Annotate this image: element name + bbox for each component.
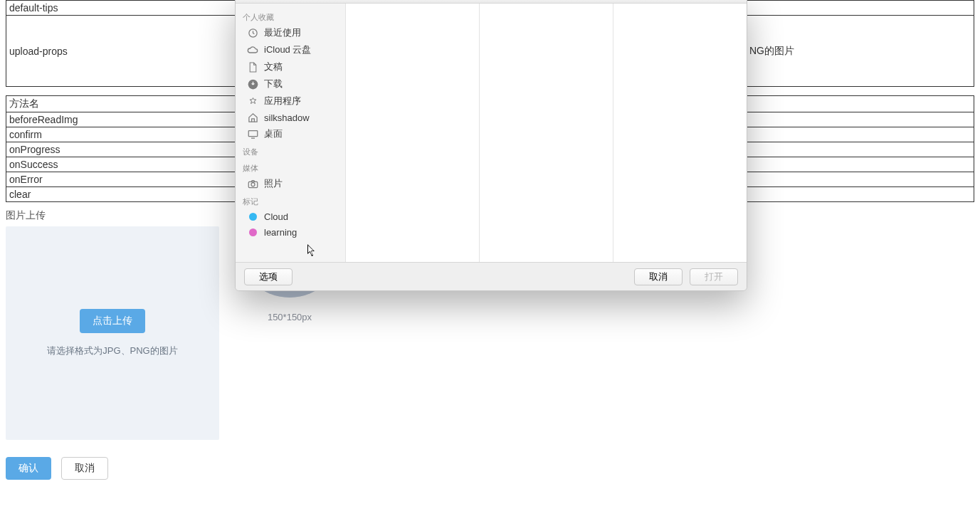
picker-sidebar: 个人收藏 最近使用 iCloud 云盘 文稿 下载 应用程序 <box>236 4 346 262</box>
cell <box>747 1 974 16</box>
picker-file-column[interactable] <box>613 4 747 262</box>
download-icon <box>247 78 258 90</box>
apps-icon <box>247 95 258 107</box>
preview-size-label: 150*150px <box>268 312 312 322</box>
picker-options-button[interactable]: 选项 <box>244 268 293 285</box>
sidebar-item-label: 最近使用 <box>264 26 301 39</box>
sidebar-item-label: 桌面 <box>264 127 283 140</box>
sidebar-item-desktop[interactable]: 桌面 <box>236 125 345 142</box>
sidebar-header-devices: 设备 <box>236 142 345 159</box>
picker-file-columns[interactable] <box>346 4 747 262</box>
sidebar-tag-learning[interactable]: learning <box>236 224 345 240</box>
picker-file-column[interactable] <box>480 4 613 262</box>
cancel-button[interactable]: 取消 <box>61 457 108 480</box>
cell <box>747 96 974 112</box>
upload-dropzone[interactable]: 点击上传 请选择格式为JPG、PNG的图片 <box>6 226 219 440</box>
sidebar-item-label: iCloud 云盘 <box>264 43 311 56</box>
sidebar-item-downloads[interactable]: 下载 <box>236 75 345 93</box>
sidebar-item-photos[interactable]: 照片 <box>236 175 345 192</box>
sidebar-item-label: 文稿 <box>264 61 283 73</box>
tag-dot-icon <box>247 211 258 222</box>
home-icon <box>247 112 258 123</box>
sidebar-item-label: 照片 <box>264 177 283 190</box>
sidebar-item-applications[interactable]: 应用程序 <box>236 93 345 110</box>
sidebar-item-home[interactable]: silkshadow <box>236 110 345 125</box>
upload-hint: 请选择格式为JPG、PNG的图片 <box>47 345 177 357</box>
file-picker-dialog: 个人收藏 最近使用 iCloud 云盘 文稿 下载 应用程序 <box>235 0 747 291</box>
doc-icon <box>247 61 258 73</box>
sidebar-item-recents[interactable]: 最近使用 <box>236 24 345 41</box>
picker-open-button[interactable]: 打开 <box>690 268 738 285</box>
cell: NG的图片 <box>747 16 974 87</box>
sidebar-item-icloud[interactable]: iCloud 云盘 <box>236 41 345 58</box>
sidebar-header-tags: 标记 <box>236 192 345 209</box>
icloud-icon <box>247 44 258 56</box>
desktop-icon <box>247 128 258 140</box>
clock-icon <box>247 27 258 38</box>
sidebar-tag-cloud[interactable]: Cloud <box>236 209 345 224</box>
sidebar-item-label: learning <box>264 227 297 238</box>
sidebar-item-label: Cloud <box>264 211 288 222</box>
upload-button[interactable]: 点击上传 <box>80 309 145 333</box>
tag-dot-icon <box>247 226 258 238</box>
confirm-button[interactable]: 确认 <box>6 457 51 480</box>
svg-point-7 <box>251 182 255 186</box>
picker-file-column[interactable] <box>346 4 480 262</box>
svg-rect-5 <box>248 130 258 136</box>
sidebar-header-media: 媒体 <box>236 159 345 175</box>
sidebar-item-label: 下载 <box>264 78 283 90</box>
sidebar-item-documents[interactable]: 文稿 <box>236 58 345 75</box>
sidebar-item-label: silkshadow <box>264 112 310 123</box>
camera-icon <box>247 178 258 189</box>
picker-cancel-button[interactable]: 取消 <box>634 268 683 285</box>
sidebar-header-favorites: 个人收藏 <box>236 8 345 24</box>
sidebar-item-label: 应用程序 <box>264 95 301 107</box>
